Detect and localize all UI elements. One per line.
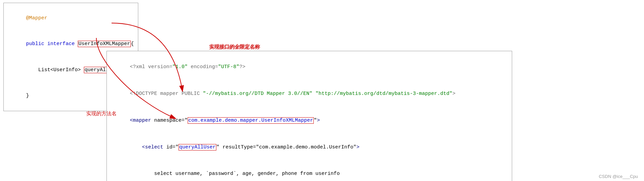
xml-line-doctype: <!DOCTYPE mapper PUBLIC "-//mybatis.org/… [112,81,507,107]
xml-line-mapper: <mapper namespace="com.example.demo.mapp… [112,107,507,134]
xml-box: <?xml version="1.0" encoding="UTF-8"?> <… [106,51,512,181]
xml-line-pi: <?xml version="1.0" encoding="UTF-8"?> [112,54,507,81]
xml-line-sql: select username, `password`, age, gender… [112,161,507,181]
footer-credit: CSDN @ice___Cpu [599,174,638,179]
line-mapper: @Mapper [8,5,134,31]
xml-line-select: <select id="queryAllUser" resultType="co… [112,134,507,161]
label-method-name: 实现的方法名 [86,110,117,117]
label-full-qualified-name: 实现接口的全限定名称 [209,44,260,51]
main-container: @Mapper public interface UserInfoXMLMapp… [0,0,644,181]
